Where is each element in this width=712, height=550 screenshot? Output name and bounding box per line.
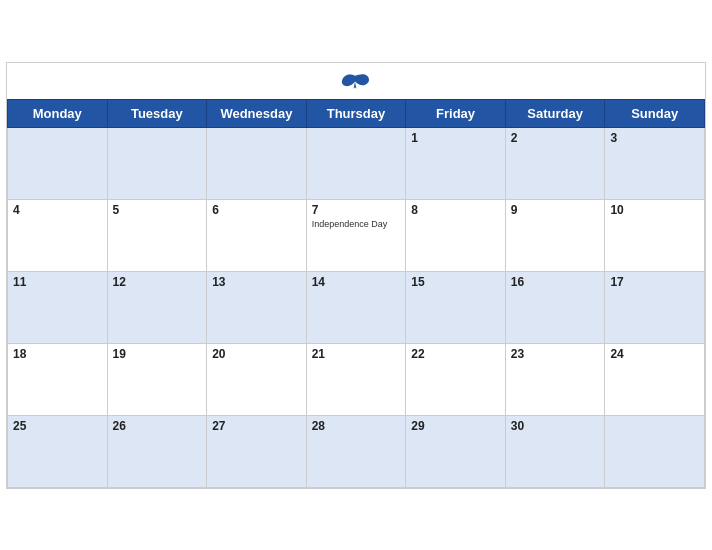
day-number: 26 [113, 419, 202, 433]
calendar-cell [605, 415, 705, 487]
day-number: 19 [113, 347, 202, 361]
calendar-cell: 1 [406, 127, 506, 199]
day-number: 30 [511, 419, 600, 433]
day-number: 5 [113, 203, 202, 217]
calendar-cell: 19 [107, 343, 207, 415]
calendar-cell: 20 [207, 343, 307, 415]
day-number: 16 [511, 275, 600, 289]
logo-area [340, 73, 372, 93]
day-number: 14 [312, 275, 401, 289]
weekday-header-saturday: Saturday [505, 99, 605, 127]
day-number: 3 [610, 131, 699, 145]
day-number: 2 [511, 131, 600, 145]
weekday-header-wednesday: Wednesday [207, 99, 307, 127]
day-number: 27 [212, 419, 301, 433]
day-number: 25 [13, 419, 102, 433]
calendar-week-row: 18192021222324 [8, 343, 705, 415]
calendar-cell: 26 [107, 415, 207, 487]
calendar-cell: 13 [207, 271, 307, 343]
weekday-header-thursday: Thursday [306, 99, 406, 127]
day-number: 13 [212, 275, 301, 289]
weekday-header-sunday: Sunday [605, 99, 705, 127]
calendar-cell: 27 [207, 415, 307, 487]
day-number: 11 [13, 275, 102, 289]
calendar-cell: 8 [406, 199, 506, 271]
weekday-header-friday: Friday [406, 99, 506, 127]
day-number: 18 [13, 347, 102, 361]
day-number: 23 [511, 347, 600, 361]
calendar-header [7, 63, 705, 99]
calendar-cell: 28 [306, 415, 406, 487]
calendar-cell: 7Independence Day [306, 199, 406, 271]
calendar-cell [207, 127, 307, 199]
calendar-week-row: 11121314151617 [8, 271, 705, 343]
calendar-cell: 11 [8, 271, 108, 343]
calendar-cell: 4 [8, 199, 108, 271]
calendar-cell [8, 127, 108, 199]
day-number: 15 [411, 275, 500, 289]
calendar-thead: MondayTuesdayWednesdayThursdayFridaySatu… [8, 99, 705, 127]
calendar-cell: 18 [8, 343, 108, 415]
calendar-week-row: 252627282930 [8, 415, 705, 487]
calendar-cell: 12 [107, 271, 207, 343]
day-number: 9 [511, 203, 600, 217]
calendar-cell: 17 [605, 271, 705, 343]
calendar-week-row: 4567Independence Day8910 [8, 199, 705, 271]
calendar-cell: 3 [605, 127, 705, 199]
calendar-cell: 23 [505, 343, 605, 415]
calendar-cell [107, 127, 207, 199]
calendar-cell: 10 [605, 199, 705, 271]
day-number: 12 [113, 275, 202, 289]
day-number: 17 [610, 275, 699, 289]
day-number: 10 [610, 203, 699, 217]
calendar-table: MondayTuesdayWednesdayThursdayFridaySatu… [7, 99, 705, 488]
weekday-header-monday: Monday [8, 99, 108, 127]
day-number: 22 [411, 347, 500, 361]
day-number: 24 [610, 347, 699, 361]
day-number: 21 [312, 347, 401, 361]
day-number: 4 [13, 203, 102, 217]
calendar-wrapper: MondayTuesdayWednesdayThursdayFridaySatu… [6, 62, 706, 489]
calendar-cell: 29 [406, 415, 506, 487]
calendar-cell: 25 [8, 415, 108, 487]
day-number: 20 [212, 347, 301, 361]
weekday-header-row: MondayTuesdayWednesdayThursdayFridaySatu… [8, 99, 705, 127]
calendar-cell: 30 [505, 415, 605, 487]
day-number: 7 [312, 203, 401, 217]
calendar-cell: 5 [107, 199, 207, 271]
weekday-header-tuesday: Tuesday [107, 99, 207, 127]
day-number: 1 [411, 131, 500, 145]
calendar-cell: 22 [406, 343, 506, 415]
calendar-week-row: 123 [8, 127, 705, 199]
calendar-cell: 16 [505, 271, 605, 343]
calendar-cell: 15 [406, 271, 506, 343]
calendar-cell: 24 [605, 343, 705, 415]
day-number: 28 [312, 419, 401, 433]
general-blue-bird-icon [340, 73, 370, 93]
event-label: Independence Day [312, 219, 401, 229]
day-number: 6 [212, 203, 301, 217]
calendar-cell: 2 [505, 127, 605, 199]
day-number: 29 [411, 419, 500, 433]
calendar-cell [306, 127, 406, 199]
day-number: 8 [411, 203, 500, 217]
calendar-cell: 6 [207, 199, 307, 271]
calendar-cell: 14 [306, 271, 406, 343]
calendar-cell: 9 [505, 199, 605, 271]
calendar-cell: 21 [306, 343, 406, 415]
calendar-tbody: 1234567Independence Day89101112131415161… [8, 127, 705, 487]
